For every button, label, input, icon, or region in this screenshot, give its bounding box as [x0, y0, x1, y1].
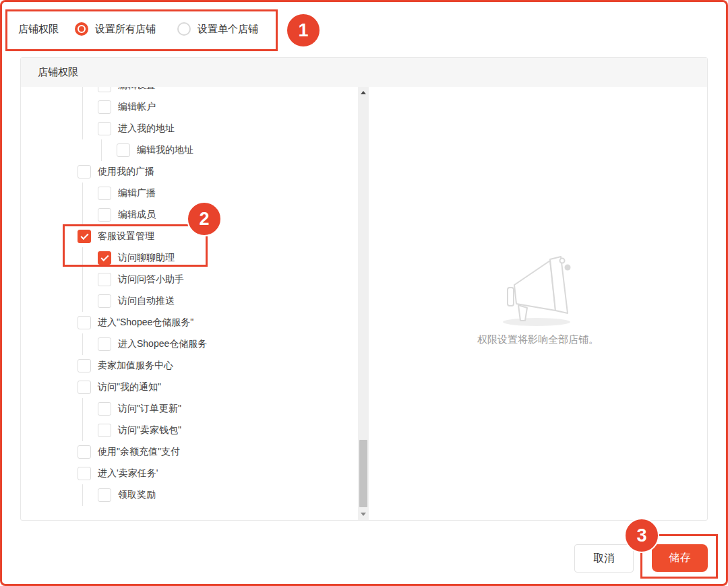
checkbox-unchecked[interactable]	[98, 402, 111, 416]
tree-item-label[interactable]: 进入"Shopee仓储服务"	[98, 317, 193, 329]
panel-body: 编辑设置编辑帐户进入我的地址编辑我的地址使用我的广播编辑广播编辑成员客服设置管理…	[21, 87, 707, 520]
tree-item: 编辑广播	[21, 183, 358, 204]
tree-item-label[interactable]: 编辑帐户	[118, 101, 156, 113]
tree-item: 进入Shopee仓储服务	[21, 333, 358, 355]
shop-permission-label: 店铺权限	[18, 23, 59, 36]
tree-item: 访问聊聊助理	[21, 247, 358, 269]
tree-item: 访问"卖家钱包"	[21, 420, 358, 441]
checkbox-unchecked[interactable]	[98, 273, 111, 286]
radio-unselected-icon[interactable]	[177, 22, 191, 36]
tree-item-label[interactable]: 编辑我的地址	[137, 144, 193, 156]
tree-item: 编辑帐户	[21, 96, 358, 118]
tree-item-label[interactable]: 访问聊聊助理	[118, 252, 175, 264]
tree-item-label[interactable]: 编辑设置	[118, 87, 156, 92]
checkbox-unchecked[interactable]	[98, 294, 111, 308]
tree-item-label[interactable]: 访问问答小助手	[118, 273, 184, 286]
scrollbar-thumb[interactable]	[359, 440, 367, 507]
checkbox-unchecked[interactable]	[98, 488, 111, 502]
tree-item-label[interactable]: 进入'卖家任务'	[98, 467, 158, 480]
tree-item: 进入'卖家任务'	[21, 463, 358, 484]
tree-scrollbar[interactable]	[358, 87, 369, 520]
tree-item-label[interactable]: 访问"订单更新"	[118, 403, 181, 415]
shop-permission-panel: 店铺权限 编辑设置编辑帐户进入我的地址编辑我的地址使用我的广播编辑广播编辑成员客…	[20, 57, 708, 521]
checkbox-unchecked[interactable]	[98, 337, 111, 351]
panel-header-title: 店铺权限	[38, 66, 78, 79]
tree-item: 领取奖励	[21, 484, 358, 506]
tree-item: 客服设置管理	[21, 226, 358, 247]
tree-item-label[interactable]: 客服设置管理	[98, 230, 154, 242]
tree-item: 访问"我的通知"	[21, 377, 358, 398]
tree-item-label[interactable]: 使用我的广播	[98, 166, 154, 178]
checkbox-unchecked[interactable]	[78, 359, 91, 372]
tree-item: 编辑我的地址	[21, 139, 358, 161]
tree-item: 访问"订单更新"	[21, 398, 358, 420]
checkbox-checked[interactable]	[78, 230, 91, 243]
radio-option-label[interactable]: 设置所有店铺	[95, 23, 156, 36]
tree-item-label[interactable]: 访问"卖家钱包"	[118, 424, 181, 436]
checkbox-unchecked[interactable]	[78, 445, 91, 459]
checkbox-unchecked[interactable]	[98, 187, 111, 200]
tree-item-label[interactable]: 卖家加值服务中心	[98, 360, 173, 372]
tree-item: 访问问答小助手	[21, 269, 358, 290]
checkbox-unchecked[interactable]	[98, 122, 111, 135]
checkbox-unchecked[interactable]	[98, 424, 111, 437]
tree-item: 进入我的地址	[21, 118, 358, 139]
tree-item: 编辑成员	[21, 204, 358, 226]
checkbox-unchecked[interactable]	[98, 87, 111, 92]
tree-item-label[interactable]: 领取奖励	[118, 489, 156, 501]
radio-option-all-shops[interactable]: 设置所有店铺	[75, 22, 156, 36]
megaphone-icon	[497, 250, 578, 328]
tree-item-label[interactable]: 访问自动推送	[118, 295, 175, 307]
tree-item: 编辑设置	[21, 87, 358, 96]
tree-item: 卖家加值服务中心	[21, 355, 358, 377]
checkbox-unchecked[interactable]	[117, 143, 130, 157]
tree-item: 使用我的广播	[21, 161, 358, 183]
checkbox-unchecked[interactable]	[78, 165, 91, 178]
radio-selected-icon[interactable]	[75, 22, 88, 36]
tree-item-label[interactable]: 访问"我的通知"	[98, 381, 161, 393]
cancel-button[interactable]: 取消	[574, 544, 634, 573]
tree-item-label[interactable]: 进入我的地址	[118, 123, 175, 135]
tree-item-label[interactable]: 使用"余额充值"支付	[98, 446, 180, 458]
save-button[interactable]: 储存	[652, 544, 708, 572]
tree-item: 使用"余额充值"支付	[21, 441, 358, 463]
tree-item: 进入"Shopee仓储服务"	[21, 312, 358, 333]
tree-item-label[interactable]: 编辑广播	[118, 187, 156, 199]
shop-permission-mode-row: 店铺权限 设置所有店铺设置单个店铺	[0, 0, 728, 58]
radio-option-label[interactable]: 设置单个店铺	[198, 23, 258, 36]
radio-option-single-shop[interactable]: 设置单个店铺	[177, 22, 258, 36]
scroll-down-icon[interactable]	[361, 513, 366, 516]
permission-scope-message: 权限设置将影响全部店铺。	[369, 333, 707, 346]
checkbox-unchecked[interactable]	[98, 208, 111, 222]
tree-item-label[interactable]: 进入Shopee仓储服务	[118, 338, 207, 350]
checkbox-unchecked[interactable]	[78, 467, 91, 480]
checkbox-unchecked[interactable]	[98, 100, 111, 114]
checkbox-checked[interactable]	[98, 251, 111, 265]
checkbox-unchecked[interactable]	[78, 316, 91, 329]
scroll-up-icon[interactable]	[361, 91, 366, 94]
permission-info-pane: 权限设置将影响全部店铺。	[369, 87, 707, 520]
panel-header: 店铺权限	[21, 58, 707, 87]
checkbox-unchecked[interactable]	[78, 381, 91, 394]
tree-item-label[interactable]: 编辑成员	[118, 209, 156, 221]
tree-item: 访问自动推送	[21, 290, 358, 312]
permission-tree: 编辑设置编辑帐户进入我的地址编辑我的地址使用我的广播编辑广播编辑成员客服设置管理…	[21, 87, 358, 520]
